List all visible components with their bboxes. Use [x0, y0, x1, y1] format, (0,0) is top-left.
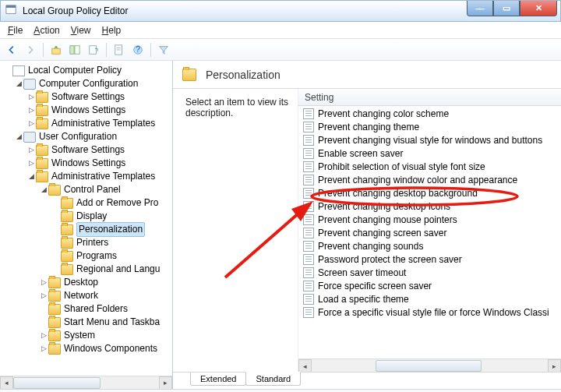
tab-standard[interactable]: Standard — [245, 372, 301, 386]
expand-icon[interactable]: ▷ — [39, 276, 48, 289]
scroll-track[interactable] — [13, 376, 159, 390]
scroll-right-button[interactable]: ▸ — [159, 376, 172, 390]
tree-personalization[interactable]: Personalization — [0, 223, 172, 236]
setting-row[interactable]: Prevent changing color scheme — [298, 107, 561, 120]
setting-row[interactable]: Prohibit selection of visual style font … — [298, 160, 561, 173]
window-title: Local Group Policy Editor — [23, 5, 128, 16]
list-horizontal-scrollbar[interactable]: ◂ ▸ — [298, 358, 561, 372]
folder-icon — [61, 198, 73, 209]
expand-icon[interactable]: ◢ — [14, 130, 23, 143]
tree-label: User Configuration — [39, 130, 117, 143]
expand-icon[interactable]: ◢ — [26, 170, 36, 183]
tree-item[interactable]: ▷Windows Settings — [0, 157, 172, 170]
tree-item[interactable]: ▷Software Settings — [0, 143, 172, 157]
expand-icon[interactable]: ▷ — [26, 143, 36, 157]
tree-item[interactable]: Programs — [0, 249, 172, 263]
properties-button[interactable] — [111, 41, 128, 58]
folder-icon — [48, 317, 61, 328]
setting-label: Prevent changing window color and appear… — [318, 175, 517, 185]
tree-item[interactable]: ▷Software Settings — [0, 90, 172, 104]
tree-item[interactable]: ▷Desktop — [0, 276, 172, 289]
back-button[interactable] — [3, 41, 20, 58]
expand-icon[interactable]: ▷ — [26, 104, 36, 117]
expand-icon[interactable]: ▷ — [39, 329, 48, 342]
setting-row[interactable]: Prevent changing theme — [298, 120, 561, 133]
setting-icon — [303, 148, 314, 159]
expand-icon[interactable]: ◢ — [39, 183, 48, 196]
setting-row[interactable]: Force a specific visual style file or fo… — [298, 305, 561, 319]
setting-row[interactable]: Prevent changing sounds — [298, 239, 561, 253]
menu-action[interactable]: Action — [34, 25, 59, 36]
help-button[interactable]: ? — [129, 41, 146, 58]
setting-row[interactable]: Load a specific theme — [298, 292, 561, 305]
policy-tree[interactable]: Local Computer Policy ◢Computer Configur… — [0, 61, 172, 355]
menu-file[interactable]: File — [8, 25, 23, 36]
tree-item[interactable]: Start Menu and Taskba — [0, 316, 172, 329]
tree-user-config[interactable]: ◢User Configuration — [0, 130, 172, 143]
show-hide-tree-button[interactable] — [66, 41, 83, 58]
setting-row[interactable]: Prevent changing mouse pointers — [298, 213, 561, 226]
computer-icon — [23, 79, 36, 90]
scroll-right-button[interactable]: ▸ — [548, 359, 561, 372]
scroll-left-button[interactable]: ◂ — [0, 376, 13, 390]
setting-row[interactable]: Prevent changing desktop icons — [298, 200, 561, 213]
tree-item[interactable]: ◢Administrative Templates — [0, 170, 172, 183]
tree-item[interactable]: Regional and Langu — [0, 263, 172, 276]
column-header-setting[interactable]: Setting — [298, 89, 561, 106]
expand-icon[interactable]: ▷ — [39, 289, 48, 302]
setting-row[interactable]: Enable screen saver — [298, 147, 561, 160]
svg-rect-2 — [52, 48, 61, 54]
folder-icon — [61, 264, 73, 275]
tree-item[interactable]: ▷Administrative Templates — [0, 117, 172, 130]
maximize-button[interactable]: ▭ — [493, 1, 520, 16]
tree-item[interactable]: ▷Windows Components — [0, 342, 172, 355]
tree-item[interactable]: ▷Windows Settings — [0, 104, 172, 117]
description-text: Select an item to view its description. — [185, 97, 288, 118]
tree-pane: Local Computer Policy ◢Computer Configur… — [0, 61, 173, 389]
close-button[interactable]: ✕ — [520, 1, 557, 16]
tree-item[interactable]: Printers — [0, 236, 172, 249]
tree-control-panel[interactable]: ◢Control Panel — [0, 183, 172, 196]
setting-label: Prevent changing sounds — [318, 241, 423, 252]
tree-label: Control Panel — [64, 183, 121, 196]
expand-icon[interactable]: ◢ — [14, 77, 23, 90]
up-button[interactable] — [48, 41, 65, 58]
filter-button[interactable] — [155, 41, 172, 58]
scroll-thumb[interactable] — [376, 360, 482, 372]
tree-item[interactable]: Add or Remove Pro — [0, 196, 172, 210]
setting-row[interactable]: Screen saver timeout — [298, 266, 561, 279]
setting-label: Screen saver timeout — [318, 267, 406, 278]
scroll-thumb[interactable] — [13, 377, 101, 389]
setting-row[interactable]: Password protect the screen saver — [298, 253, 561, 266]
expand-icon[interactable]: ▷ — [39, 342, 48, 355]
tree-root[interactable]: Local Computer Policy — [0, 64, 172, 77]
expand-icon[interactable]: ▷ — [26, 90, 36, 104]
tree-computer-config[interactable]: ◢Computer Configuration — [0, 77, 172, 90]
tree-horizontal-scrollbar[interactable]: ◂ ▸ — [0, 376, 172, 389]
expand-icon[interactable]: ▷ — [26, 157, 36, 170]
menu-help[interactable]: Help — [102, 25, 122, 36]
setting-label: Prevent changing mouse pointers — [318, 214, 457, 225]
setting-row[interactable]: Force specific screen saver — [298, 279, 561, 292]
settings-list: Setting Prevent changing color schemePre… — [298, 89, 561, 372]
tree-item[interactable]: Display — [0, 210, 172, 223]
folder-icon — [36, 105, 48, 116]
tree-label: Windows Components — [64, 342, 157, 355]
tab-extended[interactable]: Extended — [190, 373, 246, 386]
setting-row[interactable]: Prevent changing desktop background — [298, 186, 561, 200]
export-list-button[interactable] — [85, 41, 102, 58]
setting-icon — [303, 188, 314, 199]
expand-icon[interactable]: ▷ — [26, 117, 36, 130]
scroll-left-button[interactable]: ◂ — [298, 359, 312, 372]
setting-row[interactable]: Prevent changing visual style for window… — [298, 133, 561, 147]
scroll-track[interactable] — [312, 359, 548, 372]
setting-row[interactable]: Prevent changing window color and appear… — [298, 173, 561, 186]
menu-view[interactable]: View — [71, 25, 91, 36]
setting-row[interactable]: Prevent changing screen saver — [298, 226, 561, 239]
minimize-button[interactable]: — — [467, 1, 493, 16]
forward-button[interactable] — [22, 41, 39, 58]
tree-item[interactable]: ▷System — [0, 329, 172, 342]
folder-icon — [48, 304, 61, 315]
tree-item[interactable]: ▷Network — [0, 289, 172, 302]
tree-item[interactable]: Shared Folders — [0, 302, 172, 316]
